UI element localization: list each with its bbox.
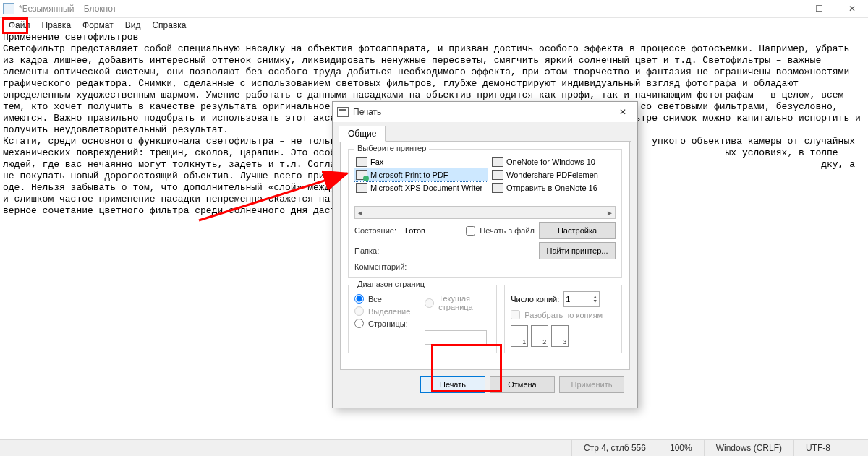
range-pages-label: Страницы: [368,319,408,328]
state-value: Готов [405,226,425,235]
status-zoom: 100% [658,440,704,456]
folder-label: Папка: [354,246,379,255]
group-page-range-title: Диапазон страниц [354,280,427,288]
menu-view[interactable]: Вид [119,18,147,33]
page-icon: 1 [511,325,528,347]
menu-format[interactable]: Формат [77,18,119,33]
status-line-ending: Windows (CRLF) [704,440,793,456]
window-title: *Безымянный – Блокнот [19,4,116,14]
cancel-button[interactable]: Отмена [490,376,555,393]
maximize-button[interactable]: ☐ [803,0,835,17]
titlebar: *Безымянный – Блокнот ─ ☐ ✕ [0,0,868,18]
range-selection-label: Выделение [368,307,410,316]
printer-icon [356,170,367,180]
group-copies: Число копий: 1 ▲▼ Разобрать по копиям 1 … [504,285,622,353]
printer-label: OneNote for Windows 10 [506,158,595,166]
collate-input [511,310,520,319]
range-current-label: Текущая страница [438,294,490,311]
dialog-title-text: Печать [353,107,381,117]
range-all-input[interactable] [354,294,364,304]
pages-text-input[interactable] [425,330,487,345]
menu-file[interactable]: Файл [3,18,36,33]
range-selection-input [354,306,364,316]
range-pages-input[interactable] [354,319,364,328]
tab-general[interactable]: Общие [339,126,386,142]
state-label: Состояние: [354,226,396,235]
minimize-button[interactable]: ─ [770,0,803,17]
group-page-range: Диапазон страниц Все Выделение [348,285,497,353]
range-all-radio[interactable]: Все [354,294,410,304]
copies-value: 1 [566,295,570,304]
printer-item-ms-print-to-pdf[interactable]: Microsoft Print to PDF [354,168,488,181]
close-button[interactable]: ✕ [835,0,868,17]
range-pages-radio[interactable]: Страницы: [354,319,410,328]
find-printer-button[interactable]: Найти принтер... [539,242,616,259]
printer-icon [356,183,367,193]
print-to-file-label: Печать в файл [480,226,535,235]
printer-item-pdfelement[interactable]: Wondershare PDFelemen [490,168,616,181]
printer-item-fax[interactable]: Fax [354,155,488,168]
printer-item-xps[interactable]: Microsoft XPS Document Writer [354,181,488,194]
spin-arrows-icon[interactable]: ▲▼ [592,295,597,304]
status-position: Стр 4, стлб 556 [571,440,658,456]
group-select-printer-title: Выберите принтер [354,144,429,152]
print-button[interactable]: Печать [420,376,485,393]
range-all-label: Все [368,295,382,304]
page-icon: 3 [551,325,569,347]
range-current-radio[interactable]: Текущая страница [425,294,490,311]
printer-item-onenote-win10[interactable]: OneNote for Windows 10 [490,155,616,168]
menu-help[interactable]: Справка [146,18,192,33]
print-dialog: Печать ✕ Общие Выберите принтер Fax Micr… [332,101,638,408]
menubar: Файл Правка Формат Вид Справка [0,18,868,33]
settings-button[interactable]: Настройка [539,222,616,239]
printer-icon [337,107,349,117]
dialog-actions: Печать Отмена Применить [340,370,630,400]
statusbar: Стр 4, стлб 556 100% Windows (CRLF) UTF-… [0,439,868,456]
copies-label: Число копий: [511,295,559,304]
print-to-file-checkbox[interactable]: Печать в файл [466,226,535,236]
printer-label: Wondershare PDFelemen [506,171,598,179]
dialog-titlebar: Печать ✕ [333,102,637,122]
menu-edit[interactable]: Правка [36,18,77,33]
range-current-input [425,298,434,308]
printer-item-send-onenote[interactable]: Отправить в OneNote 16 [490,181,616,194]
collate-label: Разобрать по копиям [524,311,603,319]
notepad-icon [3,3,14,14]
scroll-left-icon[interactable]: ◄ [357,209,364,217]
printer-label: Microsoft Print to PDF [370,171,448,179]
printer-list-scrollbar[interactable]: ◄ ► [354,206,616,219]
apply-button: Применить [559,376,624,393]
printer-list[interactable]: Fax Microsoft Print to PDF Microsoft XPS… [354,155,616,203]
printer-icon [492,183,503,193]
printer-label: Fax [370,158,383,166]
comment-label: Комментарий: [354,262,407,271]
dialog-close-button[interactable]: ✕ [613,102,633,122]
copies-spinbox[interactable]: 1 ▲▼ [563,291,600,307]
page-icon: 2 [531,325,548,347]
printer-icon [356,157,367,167]
printer-label: Microsoft XPS Document Writer [370,184,482,192]
status-encoding: UTF-8 [793,440,868,456]
tabstrip: Общие [339,125,631,142]
collate-diagram: 1 2 3 [511,325,616,347]
collate-checkbox: Разобрать по копиям [511,310,616,319]
range-selection-radio[interactable]: Выделение [354,306,410,316]
group-select-printer: Выберите принтер Fax Microsoft Print to … [348,149,622,278]
printer-label: Отправить в OneNote 16 [506,184,597,192]
print-to-file-input[interactable] [466,226,475,236]
printer-icon [492,170,503,180]
scroll-right-icon[interactable]: ► [606,209,613,217]
printer-icon [492,157,503,167]
